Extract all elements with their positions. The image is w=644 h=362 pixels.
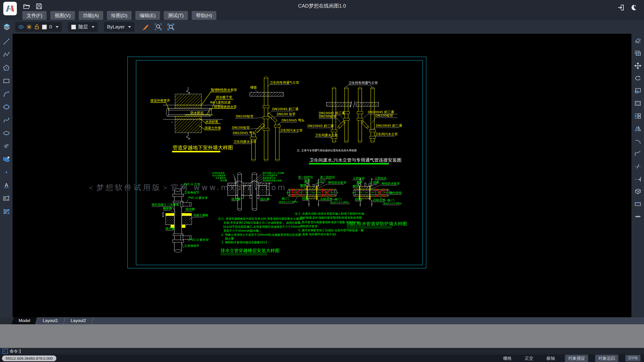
- menu-draw[interactable]: 绘图(D): [107, 11, 132, 20]
- svg-text:刚性防水套管: 刚性防水套管: [328, 181, 346, 184]
- tool-point-icon[interactable]: [3, 168, 10, 176]
- dark-mode-icon[interactable]: [629, 4, 637, 11]
- tab-model[interactable]: Model: [12, 317, 38, 324]
- tool-join-icon[interactable]: [634, 213, 641, 220]
- svg-text:人防区内: 人防区内: [375, 176, 387, 180]
- properties-toolbar: 0 随层 ByLayer: [0, 20, 644, 34]
- command-prompt-icon: >_: [3, 349, 8, 354]
- svg-text:卫生间污水立管: 卫生间污水立管: [375, 132, 398, 136]
- tool-rectangle-icon[interactable]: [3, 77, 10, 84]
- svg-text:阻水圈: 阻水圈: [221, 179, 227, 182]
- toggle-polar[interactable]: 极轴: [543, 355, 558, 362]
- tool-polygon-icon[interactable]: [3, 64, 10, 71]
- svg-text:阀 门: 阀 门: [335, 198, 342, 201]
- tab-bar-stub: [0, 317, 13, 324]
- svg-text:混凝土楼板: 混凝土楼板: [193, 213, 208, 217]
- svg-text:阻水圈: 阻水圈: [186, 207, 195, 211]
- svg-text:接室外检查井: 接室外检查井: [150, 99, 170, 102]
- menu-help[interactable]: 帮助(H): [192, 11, 216, 20]
- tool-circle-icon[interactable]: [3, 103, 10, 111]
- toggle-dyn[interactable]: DYN: [625, 355, 640, 361]
- tool-polyline-icon[interactable]: [3, 51, 10, 58]
- modify-tools-dock: [631, 34, 644, 317]
- linetype-control[interactable]: ByLayer: [104, 22, 135, 32]
- svg-text:DN100 短管: DN100 短管: [277, 112, 296, 116]
- tool-move-icon[interactable]: [634, 62, 641, 69]
- zoom-extents-icon[interactable]: [167, 23, 175, 31]
- tab-layout1[interactable]: Layout1: [36, 317, 66, 324]
- tool-image-icon[interactable]: [3, 195, 10, 202]
- tool-extend-icon[interactable]: [634, 175, 641, 183]
- svg-text:DN10045 弯头: DN10045 弯头: [233, 131, 256, 135]
- current-color-swatch[interactable]: [71, 25, 76, 29]
- menu-function[interactable]: 功能(A): [79, 11, 103, 20]
- tab-layout2[interactable]: Layout2: [64, 317, 94, 324]
- command-prompt-label: 命令:: [10, 349, 19, 354]
- toggle-otrack[interactable]: 对象追踪: [595, 355, 618, 362]
- tool-insert-block-icon[interactable]: [3, 155, 10, 163]
- menu-file[interactable]: 文件(F): [22, 11, 47, 20]
- tool-spline-icon[interactable]: [3, 116, 10, 124]
- zoom-window-icon[interactable]: [154, 23, 162, 31]
- tool-mirror-icon[interactable]: [634, 125, 641, 132]
- layer-visibility-eye-icon[interactable]: [18, 24, 24, 30]
- layer-control[interactable]: 0: [15, 22, 62, 32]
- svg-text:(承压不小于1.0MPa): (承压不小于1.0MPa): [330, 201, 349, 204]
- tool-line-icon[interactable]: [3, 38, 10, 45]
- toggle-ortho[interactable]: 正交: [522, 355, 536, 362]
- layer-freeze-sun-icon[interactable]: [26, 24, 32, 30]
- linetype-dropdown-caret[interactable]: [128, 26, 131, 28]
- color-control[interactable]: 随层: [68, 22, 98, 32]
- detail1-title: 管道穿越地下室外墙大样图: [173, 145, 233, 151]
- layer-name: 0: [49, 24, 52, 30]
- tool-text-icon[interactable]: A: [3, 182, 10, 189]
- menu-test[interactable]: 测试(T): [164, 11, 188, 20]
- svg-text:细石混凝土分二次浇捣: 细石混凝土分二次浇捣: [263, 172, 284, 174]
- tool-copy-icon[interactable]: [634, 49, 641, 57]
- tool-ellipse-icon[interactable]: [3, 129, 10, 137]
- svg-text:注:1. 管道穿越楼板处为固定支承点时,管道安装结束应配合土: 注:1. 管道穿越楼板处为固定支承点时,管道安装结束应配合土建进行: [218, 217, 305, 220]
- detail5-title: 排水立管穿越楼层安装大样图: [221, 248, 279, 253]
- detail7-title: 消防,给水管道穿防护墙大样图: [347, 221, 407, 226]
- layers-icon[interactable]: [3, 23, 11, 31]
- draw-pencil-icon[interactable]: [142, 23, 149, 31]
- tool-break-icon[interactable]: [634, 162, 641, 170]
- tool-array-icon[interactable]: [634, 112, 641, 120]
- menu-edit[interactable]: 编辑(E): [135, 11, 160, 20]
- command-history-panel[interactable]: [0, 324, 644, 348]
- svg-text:石棉水泥: 石棉水泥: [373, 198, 385, 202]
- command-line[interactable]: >_ 命令:: [0, 348, 644, 354]
- toggle-grid[interactable]: 栅格: [500, 355, 515, 362]
- drawing-canvas[interactable]: ＜梦想软件试用版＞官网 www.mxdraw.com: [13, 34, 631, 317]
- app-window: CAD梦想在线画图1.0 文件(F) 视图(V) 功能(A) 绘图(D) 编辑(…: [0, 0, 644, 362]
- tool-rotate-icon[interactable]: [634, 74, 641, 82]
- menu-view[interactable]: 视图(V): [50, 11, 75, 20]
- svg-text:3. 翼环及钢套管加工完成后,在其外壁均刷底漆一遍: 3. 翼环及钢套管加工完成后,在其外壁均刷底漆一遍: [298, 229, 364, 232]
- tool-scale-icon[interactable]: [634, 87, 641, 95]
- tool-explode-icon[interactable]: [634, 188, 641, 195]
- layer-dropdown-caret[interactable]: [56, 26, 59, 28]
- svg-text:橡胶圈: 橡胶圈: [163, 207, 172, 210]
- tool-arc-icon[interactable]: [3, 90, 10, 98]
- tool-hatch-icon[interactable]: [3, 208, 10, 215]
- svg-text:防护隔墙,防护顶板时套管预埋和管道安装处理图.: 防护隔墙,防护顶板时套管预埋和管道安装处理图.: [300, 216, 363, 219]
- tool-erase-icon[interactable]: [634, 37, 641, 44]
- svg-text:刚性防水套管.: 刚性防水套管.: [300, 224, 318, 228]
- layer-color-swatch[interactable]: [42, 25, 47, 29]
- tool-fillet-icon[interactable]: [634, 150, 641, 157]
- svg-text:卫生间污水立管: 卫生间污水立管: [280, 128, 303, 132]
- tool-chamfer-icon[interactable]: [634, 137, 641, 145]
- toggle-osnap[interactable]: 对象捕捉: [565, 355, 588, 362]
- svg-text:第一防护区: 第一防护区: [298, 175, 313, 179]
- svg-text:钢管: 钢管: [352, 184, 359, 188]
- login-icon[interactable]: [617, 4, 625, 11]
- svg-text:DN100短管: DN100短管: [232, 126, 250, 129]
- tool-break-at-point-icon[interactable]: [634, 200, 641, 208]
- tool-stretch-icon[interactable]: [634, 100, 641, 107]
- layout-tab-bar: Model Layout1 Layout2: [0, 317, 644, 324]
- svg-text:结合找平层或面层施工,在管道周围应筑成厚度不小于20mm、: 结合找平层或面层施工,在管道周围应筑成厚度不小于20mm、: [223, 225, 303, 229]
- tool-ellipse-arc-icon[interactable]: [3, 142, 10, 150]
- layer-unlock-icon[interactable]: [34, 24, 39, 30]
- color-dropdown-caret[interactable]: [92, 26, 95, 28]
- svg-text:油麻: 油麻: [373, 180, 379, 184]
